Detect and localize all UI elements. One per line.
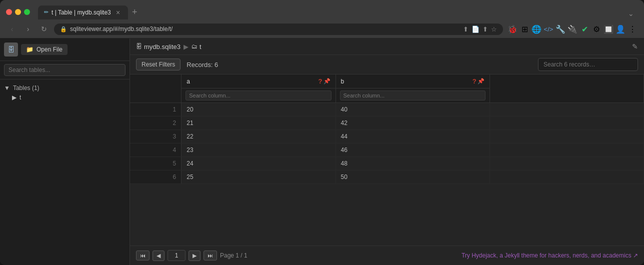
lock-icon: 🔒 [60, 26, 67, 32]
col-a-pin-icon[interactable]: 📌 [324, 78, 330, 84]
row-num-cell: 4 [130, 144, 182, 157]
address-input[interactable]: 🔒 sqliteviewer.app/#/mydb.sqlite3/table/… [54, 24, 503, 35]
active-tab[interactable]: ✏ t | Table | mydb.sqlite3 × [38, 6, 128, 20]
apps-icon[interactable]: ⊞ [519, 24, 530, 34]
refresh-button[interactable]: ↻ [38, 23, 50, 35]
cell-b: 44 [336, 130, 490, 144]
col-b-name: b [341, 78, 344, 85]
bookmark-icon: ☆ [491, 26, 497, 33]
open-file-icon: 📁 [26, 46, 34, 53]
menu-icon[interactable]: ⋮ [627, 24, 638, 34]
col-a-search-input[interactable] [186, 90, 331, 100]
tables-section: ▼ Tables (1) ▶ t [0, 80, 130, 106]
cell-a: 20 [182, 103, 336, 116]
tab-bar: ✏ t | Table | mydb.sqlite3 × + ⌄ [38, 5, 638, 20]
tables-chevron-icon: ▼ [4, 84, 10, 92]
main-toolbar: 🗄 mydb.sqlite3 ▶ 🗂 t ✎ [130, 38, 644, 55]
table-row[interactable]: 22142 [130, 116, 644, 130]
cell-a: 24 [182, 157, 336, 170]
share-icon: ⬆ [482, 26, 488, 33]
records-count: Records: 6 [186, 61, 532, 68]
ext3-icon[interactable]: ✔ [579, 24, 590, 34]
cell-a: 22 [182, 130, 336, 144]
promo-link[interactable]: Try Hydejack, a Jekyll theme for hackers… [462, 252, 638, 259]
tab-title: t | Table | mydb.sqlite3 [52, 9, 111, 16]
row-num-cell: 5 [130, 157, 182, 170]
breadcrumb-table: 🗂 t [192, 43, 202, 50]
col-b-icons: ? 📌 [472, 78, 484, 85]
new-tab-button[interactable]: + [128, 5, 142, 20]
reset-filters-button[interactable]: Reset Filters [136, 58, 180, 70]
col-b-search-input[interactable] [340, 90, 486, 100]
address-text: sqliteviewer.app/#/mydb.sqlite3/table/t/ [70, 26, 460, 32]
ext1-icon[interactable]: 🔧 [555, 24, 566, 34]
table-body: 120402214232244423465244862550 [130, 103, 644, 184]
ext4-icon[interactable]: ⚙ [591, 24, 602, 34]
cell-extra [490, 144, 644, 157]
tab-close-button[interactable]: × [114, 8, 122, 16]
ext5-icon[interactable]: 🔲 [603, 24, 614, 34]
prev-page-button[interactable]: ◀ [152, 250, 164, 261]
breadcrumb-db-name: mydb.sqlite3 [144, 43, 180, 50]
row-num-cell: 6 [130, 170, 182, 184]
edit-button[interactable]: ✎ [632, 42, 638, 50]
last-page-button[interactable]: ⏭ [204, 250, 217, 260]
cell-extra [490, 103, 644, 116]
search-tables-input[interactable] [4, 64, 126, 76]
profile-icon[interactable]: 👤 [615, 24, 626, 34]
table-row[interactable]: 32244 [130, 130, 644, 144]
first-page-button[interactable]: ⏮ [136, 250, 150, 260]
table-item-name: t [20, 94, 21, 101]
table-row[interactable]: 42346 [130, 144, 644, 157]
translate-icon[interactable]: 🌐 [531, 24, 542, 34]
row-num-cell: 1 [130, 103, 182, 116]
col-b-question-icon[interactable]: ? [472, 78, 476, 85]
extensions-icon[interactable]: 🐞 [507, 24, 518, 34]
open-file-button[interactable]: 📁 Open File [21, 44, 68, 55]
tab-icon2: 📄 [472, 26, 480, 33]
tab-edit-icon: ✏ [44, 9, 48, 16]
table-row[interactable]: 12040 [130, 103, 644, 116]
ext2-icon[interactable]: 🔌 [567, 24, 578, 34]
maximize-traffic-light[interactable] [24, 9, 30, 15]
table-container[interactable]: a ? 📌 [130, 74, 644, 246]
col-header-extra [490, 74, 644, 103]
page-number-input[interactable] [168, 250, 186, 261]
cell-b: 48 [336, 157, 490, 170]
close-traffic-light[interactable] [6, 9, 12, 15]
sidebar-item-t[interactable]: ▶ t [4, 92, 126, 102]
toolbar-icons: 🐞 ⊞ 🌐 </> 🔧 🔌 ✔ ⚙ 🔲 👤 ⋮ [507, 24, 638, 34]
sidebar-header: 🗄 📁 Open File [0, 38, 130, 61]
open-file-label: Open File [36, 46, 62, 53]
table-icon: 🗂 [192, 43, 198, 50]
sidebar-db-icon[interactable]: 🗄 [4, 42, 18, 56]
col-a-search [182, 88, 335, 102]
back-button[interactable]: ‹ [6, 23, 18, 35]
tab-more-button[interactable]: ⌄ [624, 8, 638, 20]
table-row[interactable]: 52448 [130, 157, 644, 170]
cell-extra [490, 157, 644, 170]
pagination: ⏮ ◀ ▶ ⏭ Page 1 / 1 Try Hydejack, a Jekyl… [130, 246, 644, 265]
table-row[interactable]: 62550 [130, 170, 644, 184]
row-num-header [130, 74, 182, 103]
sidebar: 🗄 📁 Open File ▼ Tables (1) ▶ t [0, 38, 130, 265]
cell-extra [490, 130, 644, 144]
search-tables-container [0, 61, 130, 80]
tables-header[interactable]: ▼ Tables (1) [4, 84, 126, 92]
col-b-pin-icon[interactable]: 📌 [478, 78, 484, 84]
breadcrumb: 🗄 mydb.sqlite3 ▶ 🗂 t [136, 43, 626, 50]
forward-button[interactable]: › [22, 23, 34, 35]
row-num-cell: 2 [130, 116, 182, 130]
col-a-question-icon[interactable]: ? [318, 78, 322, 85]
col-header-b: b ? 📌 [336, 74, 490, 103]
minimize-traffic-light[interactable] [15, 9, 21, 15]
content-toolbar: Reset Filters Records: 6 [130, 55, 644, 74]
col-header-a: a ? 📌 [182, 74, 336, 103]
main-content: 🗄 mydb.sqlite3 ▶ 🗂 t ✎ Reset Filters Rec… [130, 38, 644, 265]
cell-extra [490, 170, 644, 184]
traffic-lights [6, 9, 30, 15]
next-page-button[interactable]: ▶ [188, 250, 200, 261]
cell-b: 46 [336, 144, 490, 157]
devtools-icon[interactable]: </> [543, 24, 554, 34]
search-records-input[interactable] [538, 58, 638, 71]
